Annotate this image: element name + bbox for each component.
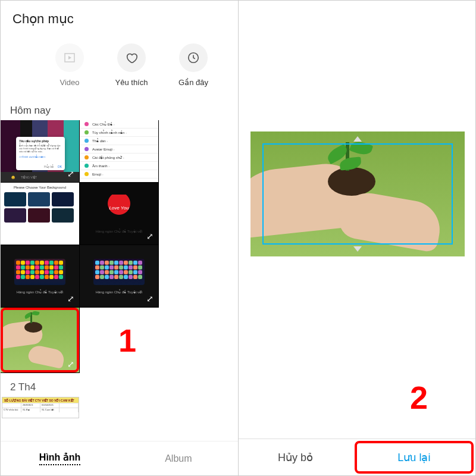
category-label: Video: [60, 78, 79, 87]
thumbnail[interactable]: Các Chủ Đề ›Tùy chỉnh cảnh nền ›Thẻ dán …: [80, 120, 159, 183]
bottom-tab-bar: Hình ảnh Album: [1, 441, 238, 475]
expand-icon: ⤢: [66, 169, 76, 178]
crop-frame[interactable]: [262, 143, 453, 245]
tab-images[interactable]: Hình ảnh: [1, 441, 119, 475]
clock-icon: [179, 43, 208, 72]
category-video[interactable]: Video: [42, 43, 97, 87]
crop-area[interactable]: [250, 131, 465, 256]
thumbnail[interactable]: Hàng ngàn Chủ đề Tuyệt vời ⤢: [1, 245, 80, 308]
expand-icon: ⤢: [66, 294, 76, 303]
thumbnail[interactable]: Yêu cầu sự cho phép Ảnh của bạn sẽ chỉ đ…: [1, 120, 80, 183]
category-label: Gần đây: [178, 78, 208, 87]
screen-title: Chọn mục: [1, 1, 238, 33]
play-icon: [55, 43, 84, 72]
step-marker-2: 2: [410, 379, 428, 416]
tab-album[interactable]: Album: [119, 441, 237, 475]
expand-icon: ⤢: [145, 231, 155, 241]
thumbnail[interactable]: Please Choose Your Background ⤢: [1, 183, 80, 245]
expand-icon: ⤢: [145, 169, 155, 178]
permission-dialog: Yêu cầu sự cho phép Ảnh của bạn sẽ chỉ đ…: [16, 137, 65, 170]
save-button[interactable]: Lưu lại: [355, 441, 474, 474]
category-row: Video Yêu thích Gần đây: [1, 33, 238, 99]
thumbnail-spreadsheet[interactable]: SỐ LƯỢNG BÀI VIẾT CTV VIẾT SO VỚI CAM KẾ…: [2, 397, 79, 418]
step-marker-1: 1: [118, 322, 136, 359]
action-bar: Hủy bỏ Lưu lại: [239, 439, 476, 475]
expand-icon: ⤢: [66, 359, 76, 369]
category-favorites[interactable]: Yêu thích: [104, 43, 159, 87]
section-today: Hôm nay: [1, 99, 238, 120]
category-recent[interactable]: Gần đây: [166, 43, 221, 87]
thumbnail[interactable]: Love You Hàng ngàn Chủ đề Tuyệt vời ⤢: [80, 183, 159, 245]
expand-icon: ⤢: [66, 231, 76, 241]
thumbnail-selected[interactable]: ⤢: [1, 308, 80, 373]
crop-editor-screen: 2 Hủy bỏ Lưu lại: [239, 1, 476, 475]
triangle-up-icon: [353, 136, 362, 142]
thumbnail[interactable]: Hàng ngàn Chủ đề Tuyệt vời ⤢: [80, 245, 159, 308]
cancel-button[interactable]: Hủy bỏ: [239, 439, 353, 475]
section-date: 2 Th4: [1, 373, 238, 397]
expand-icon: ⤢: [145, 294, 155, 303]
heart-icon: [117, 43, 146, 72]
category-label: Yêu thích: [115, 78, 148, 87]
gallery-picker-screen: Chọn mục Video Yêu thích Gần đây: [1, 1, 238, 475]
triangle-down-icon: [353, 246, 362, 252]
